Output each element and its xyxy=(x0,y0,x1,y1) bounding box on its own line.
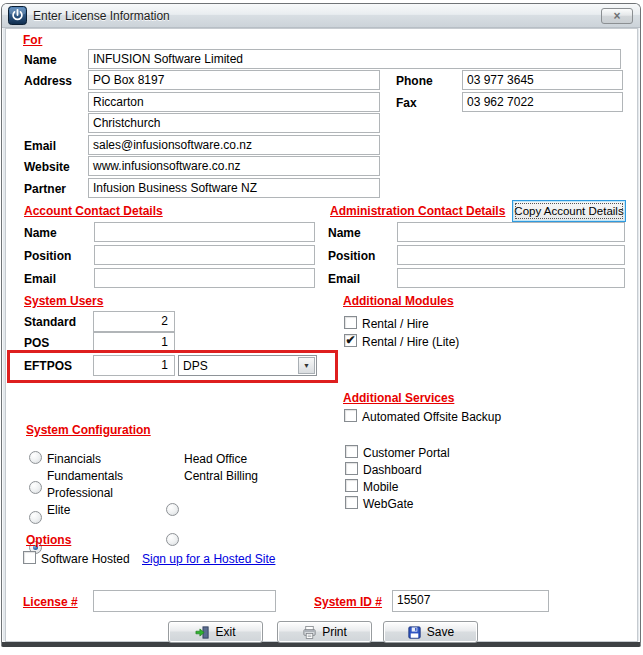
system-id-label: System ID # xyxy=(314,595,382,609)
save-button-label: Save xyxy=(427,625,454,639)
offsite-backup-checkbox[interactable] xyxy=(344,409,357,422)
admin-position-field[interactable] xyxy=(397,245,625,265)
dashboard-checkbox[interactable] xyxy=(345,462,358,475)
customer-portal-checkbox[interactable] xyxy=(345,445,358,458)
webgate-checkbox[interactable] xyxy=(345,496,358,509)
account-name-field[interactable] xyxy=(94,222,315,242)
admin-email-field[interactable] xyxy=(397,268,625,288)
exit-button[interactable]: Exit xyxy=(168,621,263,643)
window-title: Enter License Information xyxy=(33,9,170,23)
admin-email-label: Email xyxy=(328,272,360,286)
address-line3-field[interactable]: Christchurch xyxy=(88,113,380,133)
phone-field[interactable]: 03 977 3645 xyxy=(462,70,623,90)
account-contact-header: Account Contact Details xyxy=(24,204,163,218)
address-line2-field[interactable]: Riccarton xyxy=(88,92,380,112)
partner-field[interactable]: Infusion Business Software NZ xyxy=(88,178,380,198)
close-button[interactable]: × xyxy=(601,8,633,24)
system-users-header: System Users xyxy=(24,294,103,308)
floppy-disk-icon xyxy=(407,625,422,640)
chevron-down-icon[interactable]: ▼ xyxy=(298,357,315,374)
account-position-field[interactable] xyxy=(94,245,315,265)
central-billing-label: Central Billing xyxy=(184,469,258,483)
name-field[interactable]: INFUSION Software Limited xyxy=(88,49,621,69)
close-icon: × xyxy=(613,10,620,22)
partner-label: Partner xyxy=(24,182,66,196)
rental-hire-lite-label: Rental / Hire (Lite) xyxy=(362,335,459,349)
standard-users-label: Standard xyxy=(24,315,76,329)
admin-name-label: Name xyxy=(328,226,361,240)
professional-label: Professional xyxy=(47,486,113,500)
pos-users-label: POS xyxy=(24,336,49,350)
account-email-field[interactable] xyxy=(94,268,315,288)
fundamentals-label: Fundamentals xyxy=(47,469,123,483)
name-label: Name xyxy=(24,53,57,67)
mobile-label: Mobile xyxy=(363,480,398,494)
central-billing-radio[interactable] xyxy=(166,533,179,546)
head-office-radio[interactable] xyxy=(166,503,179,516)
rental-hire-checkbox[interactable] xyxy=(344,316,357,329)
elite-label: Elite xyxy=(47,503,70,517)
account-position-label: Position xyxy=(24,249,71,263)
eftpos-provider-value: DPS xyxy=(179,359,297,373)
license-number-field[interactable] xyxy=(93,590,276,612)
admin-position-label: Position xyxy=(328,249,375,263)
financials-label: Financials xyxy=(47,452,101,466)
additional-services-header: Additional Services xyxy=(343,391,454,405)
system-configuration-header: System Configuration xyxy=(26,423,151,437)
additional-modules-header: Additional Modules xyxy=(343,294,454,308)
admin-name-field[interactable] xyxy=(397,222,625,242)
software-hosted-label: Software Hosted xyxy=(41,552,130,566)
software-hosted-checkbox[interactable] xyxy=(23,551,36,564)
account-email-label: Email xyxy=(24,272,56,286)
address-line1-field[interactable]: PO Box 8197 xyxy=(88,70,380,90)
offsite-backup-label: Automated Offsite Backup xyxy=(362,410,501,424)
hosted-site-link[interactable]: Sign up for a Hosted Site xyxy=(142,552,275,566)
phone-label: Phone xyxy=(396,74,433,88)
admin-contact-header: Administration Contact Details xyxy=(330,204,505,218)
fax-field[interactable]: 03 962 7022 xyxy=(462,92,623,112)
customer-portal-label: Customer Portal xyxy=(363,446,450,460)
professional-radio[interactable] xyxy=(29,511,42,524)
rental-hire-lite-checkbox[interactable] xyxy=(344,334,357,347)
power-icon xyxy=(8,6,27,25)
account-name-label: Name xyxy=(24,226,57,240)
address-label: Address xyxy=(24,74,72,88)
print-button-label: Print xyxy=(322,625,347,639)
copy-account-details-button[interactable]: Copy Account Details xyxy=(512,200,626,222)
license-number-label: License # xyxy=(23,595,78,609)
dashboard-label: Dashboard xyxy=(363,463,422,477)
for-header: For xyxy=(23,33,42,47)
system-id-field[interactable]: 15507 xyxy=(392,590,549,612)
standard-users-field[interactable]: 2 xyxy=(93,311,175,332)
options-header: Options xyxy=(26,533,71,547)
exit-button-label: Exit xyxy=(215,625,235,639)
website-field[interactable]: www.infusionsoftware.co.nz xyxy=(88,156,380,176)
financials-radio[interactable] xyxy=(29,451,42,464)
email-field[interactable]: sales@infusionsoftware.co.nz xyxy=(88,135,380,155)
save-button[interactable]: Save xyxy=(383,621,478,643)
mobile-checkbox[interactable] xyxy=(345,479,358,492)
fundamentals-radio[interactable] xyxy=(29,481,42,494)
eftpos-provider-select[interactable]: DPS ▼ xyxy=(178,355,317,376)
fax-label: Fax xyxy=(396,96,417,110)
eftpos-users-label: EFTPOS xyxy=(24,359,72,373)
exit-door-icon xyxy=(195,625,210,640)
pos-users-field[interactable]: 1 xyxy=(93,332,175,353)
license-dialog: Enter License Information × For Name INF… xyxy=(0,0,643,655)
printer-icon xyxy=(302,625,317,640)
website-label: Website xyxy=(24,160,70,174)
email-label: Email xyxy=(24,139,56,153)
head-office-label: Head Office xyxy=(184,452,247,466)
webgate-label: WebGate xyxy=(363,497,413,511)
print-button[interactable]: Print xyxy=(277,621,372,643)
rental-hire-label: Rental / Hire xyxy=(362,317,429,331)
eftpos-users-field[interactable]: 1 xyxy=(93,355,175,376)
